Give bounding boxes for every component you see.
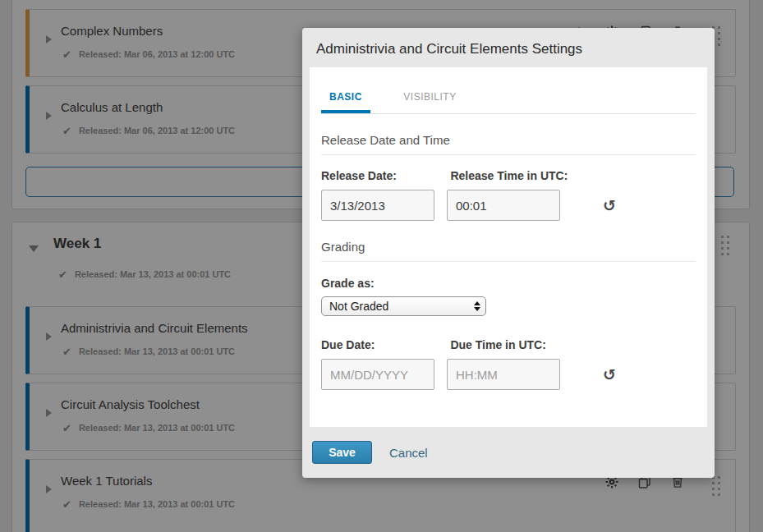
modal-title: Administrivia and Circuit Elements Setti… xyxy=(302,28,715,67)
tab-visibility[interactable]: VISIBILITY xyxy=(395,91,464,110)
modal-body: BASIC VISIBILITY Release Date and Time R… xyxy=(310,67,707,427)
grading-section-heading: Grading xyxy=(321,240,696,262)
release-date-input[interactable] xyxy=(321,190,434,221)
release-section-heading: Release Date and Time xyxy=(321,133,696,155)
cancel-link[interactable]: Cancel xyxy=(389,446,428,460)
due-time-input[interactable] xyxy=(447,359,560,390)
due-date-input[interactable] xyxy=(321,359,434,390)
reset-due-icon[interactable]: ↺ xyxy=(603,367,616,383)
release-time-label: Release Time in UTC: xyxy=(450,169,576,182)
grade-as-value: Not Graded xyxy=(329,300,474,313)
due-date-label: Due Date: xyxy=(321,338,447,351)
settings-modal: Administrivia and Circuit Elements Setti… xyxy=(302,28,715,478)
tab-basic[interactable]: BASIC xyxy=(321,91,370,113)
reset-release-icon[interactable]: ↺ xyxy=(603,198,616,213)
modal-footer: Save Cancel xyxy=(302,427,715,478)
grade-as-label: Grade as: xyxy=(321,277,696,290)
due-time-label: Due Time in UTC: xyxy=(450,338,576,351)
select-stepper-icon xyxy=(474,301,480,311)
modal-tabs: BASIC VISIBILITY xyxy=(321,89,696,114)
release-time-input[interactable] xyxy=(447,190,560,221)
grade-as-select[interactable]: Not Graded xyxy=(321,296,486,316)
save-button[interactable]: Save xyxy=(312,441,372,464)
course-outline-page: Complex Numbers ✔Released: Mar 06, 2013 … xyxy=(0,0,763,532)
release-date-label: Release Date: xyxy=(321,169,447,182)
